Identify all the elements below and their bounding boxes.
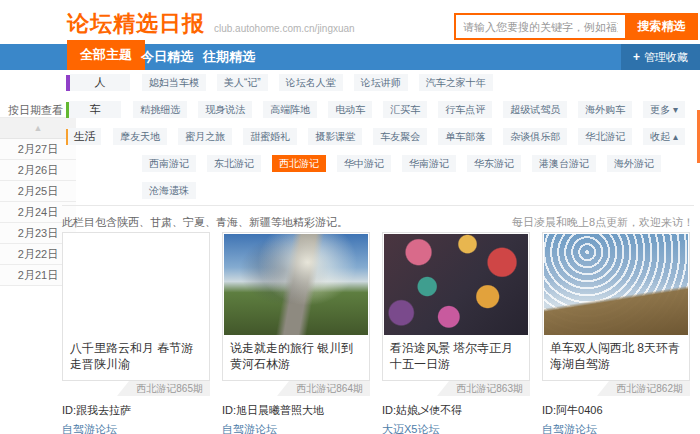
site-url: club.autohome.com.cn/jingxuan	[214, 23, 355, 34]
manage-favorites-button[interactable]: +管理收藏	[621, 44, 700, 70]
id-label: ID:	[62, 404, 76, 416]
filter-pill[interactable]: 论坛讲师	[354, 74, 408, 91]
date-item[interactable]: 2月25日	[0, 181, 76, 202]
author-id: ID:跟我去拉萨	[62, 403, 210, 418]
travel-card: 看沿途风景 塔尔寺正月十五一日游 西北游记863期 ID:姑娘乄使不得 大迈X5…	[382, 232, 530, 434]
filter-pill[interactable]: 东北游记	[207, 155, 261, 172]
filter-pill[interactable]: 车友聚会	[373, 128, 427, 145]
card-thumbnail[interactable]	[544, 234, 688, 335]
tab-all-topics-label: 全部主题	[80, 47, 132, 62]
travel-card: 单车双人闯西北 8天环青海湖自驾游 西北游记862期 ID:阿牛0406 自驾游…	[542, 232, 690, 434]
filter-pill[interactable]: 汇买车	[383, 101, 427, 118]
date-item[interactable]: 2月26日	[0, 160, 76, 181]
category-label-car: 车	[69, 101, 121, 118]
filter-pill[interactable]: 华东游记	[467, 155, 521, 172]
category-row-travel: 西南游记 东北游记 西北游记 华中游记 华南游记 华东游记 港澳台游记 海外游记	[66, 155, 696, 172]
search-button[interactable]: 搜索精选	[625, 13, 698, 40]
category-row-extra: 沧海遗珠	[66, 182, 696, 199]
travel-card: 说走就走的旅行 银川到黄河石林游 西北游记864期 ID:旭日晨曦普照大地 自驾…	[222, 232, 370, 434]
filter-pill[interactable]: 沧海遗珠	[142, 182, 196, 199]
filter-pill[interactable]: 华中游记	[337, 155, 391, 172]
section-description: 此栏目包含陕西、甘肃、宁夏、青海、新疆等地精彩游记。	[62, 215, 348, 230]
badge-row: 西北游记865期	[62, 381, 210, 396]
filter-pill[interactable]: 摩友天地	[113, 128, 167, 145]
filter-pill[interactable]: 蜜月之旅	[178, 128, 232, 145]
tab-all-topics[interactable]: 全部主题	[67, 40, 145, 70]
date-sidebar-title: 按日期查看	[8, 103, 63, 118]
collapse-button[interactable]: 收起 ▴	[643, 128, 685, 145]
card-title-link[interactable]: 单车双人闯西北 8天环青海湖自驾游	[544, 335, 688, 379]
card-title-link[interactable]: 八千里路云和月 春节游走晋陕川渝	[64, 335, 208, 379]
card-thumbnail[interactable]	[64, 234, 208, 335]
card-box: 单车双人闯西北 8天环青海湖自驾游	[542, 232, 690, 381]
filter-pill[interactable]: 美人“记”	[217, 74, 268, 91]
card-box: 八千里路云和月 春节游走晋陕川渝	[62, 232, 210, 381]
filter-pill[interactable]: 西南游记	[142, 155, 196, 172]
tab-today-picks[interactable]: 今日精选	[141, 44, 193, 70]
search-input[interactable]	[454, 13, 625, 40]
author-name: 阿牛0406	[556, 404, 602, 416]
filter-pill[interactable]: 杂谈俱乐部	[503, 128, 567, 145]
manage-favorites-label: 管理收藏	[644, 51, 688, 63]
category-filters: 人 媳妇当车模 美人“记” 论坛名人堂 论坛讲师 汽车之家十年 车 精挑细选 现…	[66, 74, 696, 209]
id-label: ID:	[222, 404, 236, 416]
filter-pill[interactable]: 电动车	[328, 101, 372, 118]
author-id: ID:姑娘乄使不得	[382, 403, 530, 418]
category-label-person: 人	[70, 74, 130, 91]
tab-past-picks[interactable]: 往期精选	[203, 44, 255, 70]
card-thumbnail[interactable]	[384, 234, 528, 335]
filter-pill[interactable]: 精挑细选	[133, 101, 187, 118]
filter-pill[interactable]: 现身说法	[198, 101, 252, 118]
card-thumbnail[interactable]	[224, 234, 368, 335]
card-box: 看沿途风景 塔尔寺正月十五一日游	[382, 232, 530, 381]
filter-pill-active-northwest-travel[interactable]: 西北游记	[272, 155, 326, 172]
badge-row: 西北游记864期	[222, 381, 370, 396]
id-label: ID:	[542, 404, 556, 416]
forum-link[interactable]: 大迈X5论坛	[382, 422, 530, 434]
filter-pill[interactable]: 行车点评	[438, 101, 492, 118]
plus-icon: +	[633, 50, 640, 64]
forum-daily-picks-page: 论坛精选日报 club.autohome.com.cn/jingxuan 搜索精…	[0, 0, 700, 434]
author-name: 跟我去拉萨	[76, 404, 131, 416]
section-notice: 此栏目包含陕西、甘肃、宁夏、青海、新疆等地精彩游记。 每日凌晨和晚上8点更新，欢…	[62, 205, 694, 230]
search-bar: 搜索精选	[454, 13, 698, 40]
author-name: 姑娘乄使不得	[396, 404, 462, 416]
forum-link[interactable]: 自驾游论坛	[222, 422, 370, 434]
filter-pill[interactable]: 高端阵地	[263, 101, 317, 118]
filter-pill[interactable]: 摄影课堂	[308, 128, 362, 145]
site-logo[interactable]: 论坛精选日报	[67, 9, 205, 39]
forum-link[interactable]: 自驾游论坛	[62, 422, 210, 434]
date-item[interactable]: 2月27日	[0, 139, 76, 160]
main-nav: 全部主题 今日精选 往期精选 +管理收藏	[0, 44, 700, 70]
category-row-person: 人 媳妇当车模 美人“记” 论坛名人堂 论坛讲师 汽车之家十年	[66, 74, 696, 91]
author-id: ID:旭日晨曦普照大地	[222, 403, 370, 418]
filter-pill[interactable]: 媳妇当车模	[142, 74, 206, 91]
issue-badge: 西北游记865期	[129, 381, 210, 396]
filter-pill[interactable]: 华南游记	[402, 155, 456, 172]
filter-pill[interactable]: 超级试驾员	[503, 101, 567, 118]
category-label-life: 生活	[68, 128, 101, 145]
card-title-link[interactable]: 说走就走的旅行 银川到黄河石林游	[224, 335, 368, 379]
author-id: ID:阿牛0406	[542, 403, 690, 418]
scroll-up-icon[interactable]: ▲	[0, 118, 76, 139]
filter-pill[interactable]: 华北游记	[578, 128, 632, 145]
category-row-life: 生活 摩友天地 蜜月之旅 甜蜜婚礼 摄影课堂 车友聚会 单车部落 杂谈俱乐部 华…	[66, 128, 696, 145]
travel-card: 八千里路云和月 春节游走晋陕川渝 西北游记865期 ID:跟我去拉萨 自驾游论坛…	[62, 232, 210, 434]
card-box: 说走就走的旅行 银川到黄河石林游	[222, 232, 370, 381]
card-title-link[interactable]: 看沿途风景 塔尔寺正月十五一日游	[384, 335, 528, 379]
filter-pill[interactable]: 论坛名人堂	[279, 74, 343, 91]
more-button[interactable]: 更多 ▾	[643, 101, 685, 118]
filter-pill[interactable]: 海外游记	[607, 155, 661, 172]
travel-log-cards: 八千里路云和月 春节游走晋陕川渝 西北游记865期 ID:跟我去拉萨 自驾游论坛…	[62, 232, 690, 434]
filter-pill[interactable]: 单车部落	[438, 128, 492, 145]
filter-pill[interactable]: 港澳台游记	[532, 155, 596, 172]
filter-pill[interactable]: 海外购车	[578, 101, 632, 118]
issue-badge: 西北游记863期	[449, 381, 530, 396]
filter-pill[interactable]: 汽车之家十年	[419, 74, 493, 91]
issue-badge: 西北游记862期	[609, 381, 690, 396]
forum-link[interactable]: 自驾游论坛	[542, 422, 690, 434]
update-schedule-text: 每日凌晨和晚上8点更新，欢迎来访！	[512, 215, 694, 230]
badge-row: 西北游记862期	[542, 381, 690, 396]
id-label: ID:	[382, 404, 396, 416]
filter-pill[interactable]: 甜蜜婚礼	[243, 128, 297, 145]
